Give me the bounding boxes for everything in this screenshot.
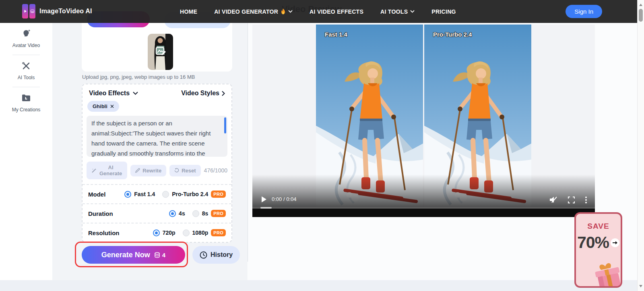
video-player[interactable]: Fast 1.4 bbox=[252, 25, 595, 217]
generation-settings-panel: Video Effects Video Styles Ghibli bbox=[82, 84, 232, 243]
credits-coin-icon bbox=[154, 252, 160, 258]
radio-unselected-icon[interactable] bbox=[192, 210, 199, 217]
mute-icon[interactable] bbox=[549, 196, 557, 203]
player-controls-shade bbox=[252, 174, 595, 209]
nav-item-ai-tools[interactable]: AI TOOLS bbox=[380, 8, 415, 15]
nav-item-home[interactable]: HOME bbox=[180, 8, 197, 15]
prompt-scrollbar[interactable] bbox=[224, 117, 226, 133]
player-progress-loaded bbox=[260, 207, 272, 209]
left-sidebar: Avatar Video AI Tools My Creations bbox=[0, 23, 52, 280]
page-scrollbar[interactable] bbox=[637, 0, 644, 291]
resolution-choice-1080p[interactable]: 1080p PRO bbox=[183, 229, 226, 236]
nav-item-ai-video-generator[interactable]: AI VIDEO GENERATOR bbox=[214, 8, 293, 15]
chip-close-icon[interactable] bbox=[110, 105, 114, 108]
fullscreen-icon[interactable] bbox=[568, 197, 575, 203]
chevron-down-icon bbox=[410, 10, 415, 13]
reset-button[interactable]: Reset bbox=[169, 165, 200, 176]
my-creations-icon bbox=[21, 93, 31, 103]
image-edit-icon bbox=[155, 46, 166, 57]
play-icon[interactable] bbox=[261, 196, 267, 203]
clip-label-pro-turbo: Pro-Turbo 2.4 bbox=[433, 31, 472, 38]
promo-popup[interactable]: SAVE 70% bbox=[574, 212, 622, 288]
chevron-down-icon bbox=[133, 92, 138, 95]
duration-choice-8s[interactable]: 8s PRO bbox=[192, 210, 226, 217]
gift-box-icon bbox=[592, 260, 622, 288]
sidebar-item-ai-tools[interactable]: AI Tools bbox=[0, 55, 52, 87]
promo-discount: 70% bbox=[577, 233, 609, 252]
player-letterbox bbox=[252, 209, 595, 217]
history-button[interactable]: History bbox=[192, 246, 240, 264]
prompt-text: If the subject is a person or an animal:… bbox=[87, 116, 227, 157]
pencil-icon bbox=[135, 168, 140, 173]
video-styles-link[interactable]: Video Styles bbox=[181, 90, 225, 97]
generate-now-button[interactable]: Generate Now 4 bbox=[82, 246, 185, 264]
ai-generate-button[interactable]: AI Generate bbox=[87, 162, 127, 179]
sidebar-item-my-creations[interactable]: My Creations bbox=[0, 87, 52, 119]
promo-arrow-icon[interactable] bbox=[611, 238, 619, 247]
scrollbar-up-icon[interactable] bbox=[639, 4, 642, 6]
radio-selected-icon[interactable] bbox=[124, 191, 131, 198]
model-option-row: Model Fast 1.4 Pro-Turbo 2.4 PRO bbox=[83, 184, 231, 203]
sidebar-item-label: AI Tools bbox=[18, 75, 35, 80]
pro-badge: PRO bbox=[211, 191, 226, 198]
flame-icon bbox=[281, 8, 286, 14]
resolution-option-row: Resolution 720p 1080p PRO bbox=[83, 223, 231, 242]
chevron-right-icon bbox=[222, 91, 225, 96]
prompt-textarea[interactable]: If the subject is a person or an animal:… bbox=[87, 116, 227, 157]
sidebar-item-label: Avatar Video bbox=[12, 43, 40, 48]
radio-selected-icon[interactable] bbox=[169, 210, 176, 217]
page-bottom-strip bbox=[0, 280, 638, 291]
brand-name: ImageToVideo AI bbox=[39, 8, 92, 15]
sign-in-button[interactable]: Sign In bbox=[566, 5, 602, 18]
player-progress-bar[interactable] bbox=[252, 207, 595, 209]
promo-save-label: SAVE bbox=[576, 222, 621, 231]
radio-unselected-icon[interactable] bbox=[162, 191, 169, 198]
top-navbar: ImageToVideo AI HOME AI VIDEO GENERATOR … bbox=[0, 0, 638, 23]
rewrite-button[interactable]: Rewrite bbox=[130, 165, 166, 176]
pro-badge: PRO bbox=[211, 229, 226, 236]
sidebar-item-label: My Creations bbox=[12, 107, 41, 113]
char-counter: 476/1000 bbox=[204, 167, 227, 174]
radio-selected-icon[interactable] bbox=[153, 230, 160, 236]
duration-choice-4s[interactable]: 4s bbox=[169, 210, 185, 217]
player-time: 0:00 / 0:04 bbox=[272, 196, 296, 202]
ai-tools-icon bbox=[21, 61, 31, 71]
selected-effects-row: Ghibli bbox=[83, 100, 231, 116]
reset-icon bbox=[174, 168, 179, 173]
clip-label-fast: Fast 1.4 bbox=[325, 31, 347, 38]
effects-header: Video Effects Video Styles bbox=[83, 84, 231, 100]
clock-icon bbox=[200, 251, 207, 259]
chevron-down-icon bbox=[288, 10, 293, 13]
resolution-choice-720p[interactable]: 720p bbox=[153, 230, 175, 236]
prompt-actions-row: AI Generate Rewrite Reset 476/1000 bbox=[83, 157, 231, 184]
nav-links: HOME AI VIDEO GENERATOR AI VIDEO EFFECTS… bbox=[180, 0, 456, 23]
effect-chip-ghibli[interactable]: Ghibli bbox=[87, 101, 119, 112]
model-choice-pro-turbo[interactable]: Pro-Turbo 2.4 PRO bbox=[162, 191, 226, 198]
more-options-icon[interactable] bbox=[585, 197, 587, 203]
sidebar-item-avatar-video[interactable]: Avatar Video bbox=[0, 23, 52, 55]
player-right-controls bbox=[549, 196, 587, 203]
logo-image-tile-icon bbox=[29, 4, 35, 18]
logo-play-tile-icon bbox=[22, 4, 28, 18]
logo-icon bbox=[22, 4, 35, 18]
uploaded-image-thumbnail[interactable] bbox=[148, 34, 173, 70]
video-effects-dropdown[interactable]: Video Effects bbox=[89, 90, 138, 97]
column-divider bbox=[248, 23, 248, 262]
nav-item-ai-video-effects[interactable]: AI VIDEO EFFECTS bbox=[310, 8, 363, 15]
avatar-video-icon bbox=[21, 29, 31, 39]
scrollbar-thumb[interactable] bbox=[639, 9, 643, 22]
radio-unselected-icon[interactable] bbox=[183, 230, 190, 236]
brand[interactable]: ImageToVideo AI bbox=[22, 4, 92, 18]
credits-counter: 4 bbox=[154, 252, 165, 258]
magic-wand-icon bbox=[91, 168, 97, 173]
model-choice-fast[interactable]: Fast 1.4 bbox=[124, 191, 155, 198]
pro-badge: PRO bbox=[211, 210, 226, 217]
scrollbar-down-icon[interactable] bbox=[639, 285, 642, 287]
duration-option-row: Duration 4s 8s PRO bbox=[83, 203, 231, 223]
upload-hint: Upload jpg, png, jpeg, webp images up to… bbox=[82, 74, 195, 80]
nav-item-pricing[interactable]: PRICING bbox=[431, 8, 456, 15]
app-page: Video Preview ImageToVideo AI HOME AI VI… bbox=[0, 0, 644, 291]
